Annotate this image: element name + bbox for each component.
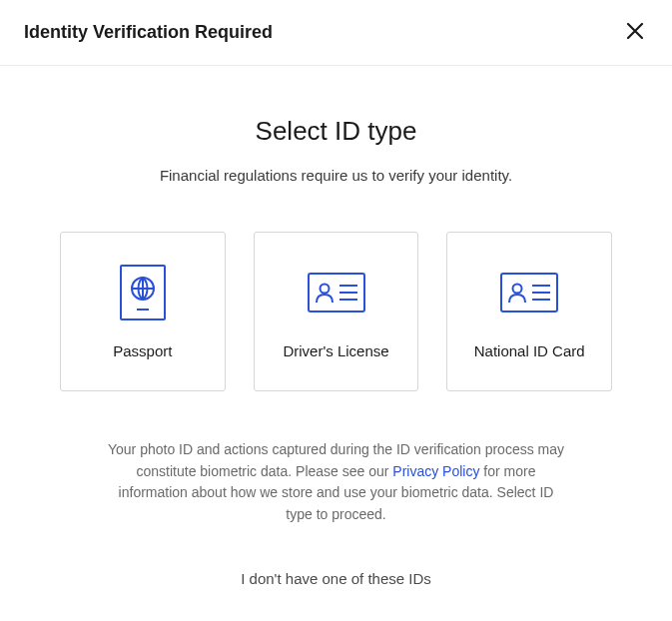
close-button[interactable] xyxy=(622,18,648,47)
id-option-drivers-license[interactable]: Driver's License xyxy=(254,232,419,391)
page-title: Select ID type xyxy=(60,116,612,147)
page-subtitle: Financial regulations require us to veri… xyxy=(60,167,612,184)
modal-content: Select ID type Financial regulations req… xyxy=(0,66,672,621)
svg-point-4 xyxy=(320,285,329,294)
modal-header: Identity Verification Required xyxy=(0,0,672,66)
id-option-label: Driver's License xyxy=(283,342,388,359)
close-icon xyxy=(626,22,644,43)
no-id-button[interactable]: I don't have one of these IDs xyxy=(231,564,441,593)
id-option-label: National ID Card xyxy=(474,342,585,359)
privacy-policy-link[interactable]: Privacy Policy xyxy=(392,463,479,479)
id-card-icon xyxy=(308,265,365,320)
id-option-national-id[interactable]: National ID Card xyxy=(446,232,612,391)
modal-title: Identity Verification Required xyxy=(24,22,273,43)
biometric-disclaimer: Your photo ID and actions captured durin… xyxy=(107,439,566,526)
id-option-passport[interactable]: Passport xyxy=(60,232,226,391)
id-option-label: Passport xyxy=(113,342,172,359)
id-type-options: Passport Driver's License xyxy=(60,232,612,391)
id-card-icon xyxy=(500,265,558,320)
passport-icon xyxy=(120,265,166,320)
svg-point-9 xyxy=(513,285,522,294)
